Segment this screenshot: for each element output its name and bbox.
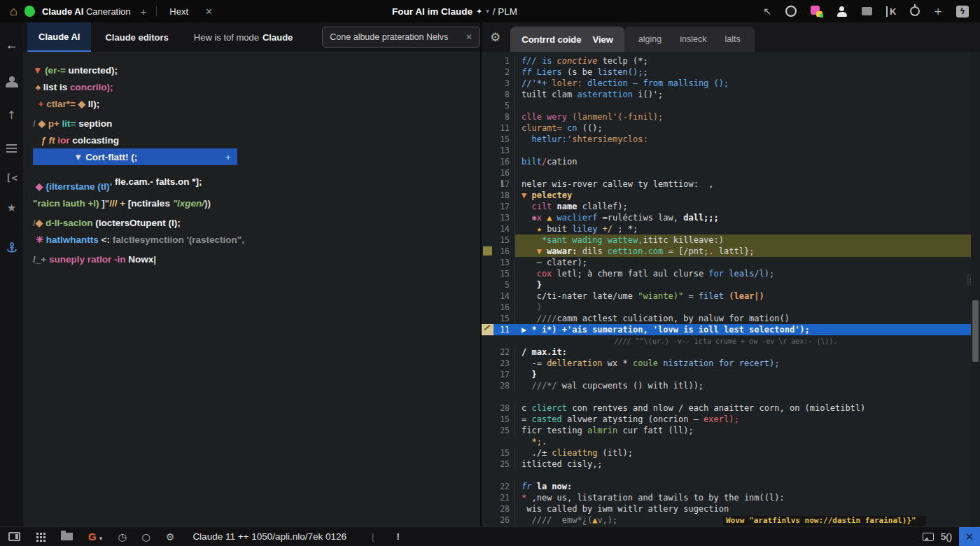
gear-icon[interactable]: ⚙: [490, 30, 500, 44]
outline-line[interactable]: + ctlar*= ◆ ll);: [33, 95, 480, 112]
user-icon[interactable]: [836, 6, 848, 17]
outline-line[interactable]: / ◆ p+ lit= seption: [33, 115, 480, 132]
grid-apps-icon[interactable]: [36, 532, 46, 542]
code-line[interactable]: 8clle wery (lanmenl'(-fınil);: [482, 111, 980, 122]
history-clock-icon[interactable]: ◷: [118, 531, 126, 542]
new-tab-button[interactable]: +: [138, 6, 150, 18]
code-line[interactable]: 22fr la now:: [482, 481, 980, 492]
extensions-icon[interactable]: [811, 6, 822, 17]
code-line[interactable]: 21* ,new us, listaration and tawils to b…: [482, 492, 980, 503]
code-line[interactable]: 14 ★ buit liley +/ ; *;: [482, 223, 980, 234]
code-line[interactable]: 15 hetlur:'shtersiemyclos:: [482, 134, 980, 145]
code-line[interactable]: 25ficr testing almrin cur fatt (ll);: [482, 425, 980, 436]
keyboard-shortcut-icon[interactable]: K: [886, 6, 896, 17]
code-line[interactable]: 28c clierct con rentves and nlow / each …: [482, 402, 980, 414]
close-tab-icon[interactable]: ✕: [195, 6, 213, 17]
scrollbar-thumb[interactable]: [972, 300, 979, 362]
tab-alging[interactable]: alging: [638, 34, 662, 44]
code-line[interactable]: 8tuilt clam asterattion i()';: [482, 89, 980, 100]
code-line[interactable]: 11▶ * i*) +'ais sumeration, 'lovw is iol…: [482, 324, 980, 335]
code-line[interactable]: 15 *sant wading wattew,ititc killeave:): [482, 234, 980, 246]
outline-line[interactable]: "raicn lauth +l) ]"/// + [nctirales "ixg…: [33, 195, 480, 211]
window-tab-second[interactable]: Hext: [164, 6, 188, 17]
tab-group-active[interactable]: Contrrd coide View: [510, 27, 624, 52]
tab-hew-mode[interactable]: Hew is tof modeClaude: [183, 22, 304, 52]
outline-line[interactable]: /◆ d-ll-saclon (loctersOtupent (l);: [33, 214, 480, 231]
warning-bang[interactable]: !: [396, 531, 399, 542]
outline-line[interactable]: ✳ hatlwhantts <: falctlesymctiion '(rast…: [33, 231, 480, 248]
code-line[interactable]: 16: [482, 167, 980, 178]
code-line[interactable]: //// ""\(ur.) -v-- icta crume + ow -ev \…: [482, 335, 980, 346]
expand-plus-icon[interactable]: +: [225, 152, 231, 162]
chevron-down-icon[interactable]: ▾: [486, 8, 489, 15]
outline-line-selected[interactable]: ▼ Cort-flatt! (;+: [33, 148, 237, 165]
code-line[interactable]: 17 cılt name clallef);: [482, 201, 980, 212]
cursor-icon[interactable]: ↖: [763, 6, 771, 16]
code-editor[interactable]: 1f// is conctive teclp (*;2ff Liers (s b…: [482, 52, 980, 526]
code-line[interactable]: 17neler wis-rover callew ty lemttiow: ,: [482, 178, 980, 190]
code-line[interactable]: 5: [482, 100, 980, 111]
code-line[interactable]: 22/ max.it:: [482, 346, 980, 358]
window-layout-icon[interactable]: [8, 532, 20, 541]
clock-icon[interactable]: [785, 6, 797, 17]
outline-line[interactable]: ƒ ft ior colcasting: [33, 132, 480, 148]
star-favorites-icon[interactable]: ★: [7, 202, 16, 214]
power-ring-icon[interactable]: [910, 6, 920, 16]
settings-gear-icon[interactable]: ⚙: [166, 531, 175, 542]
image-preview-icon[interactable]: [923, 533, 934, 541]
code-line[interactable]: 3//'*+ loler: dlection – from mallsing (…: [482, 78, 980, 89]
code-line[interactable]: 16 ): [482, 302, 980, 313]
profile-icon[interactable]: [6, 76, 18, 88]
add-icon[interactable]: +: [934, 6, 942, 16]
folder-icon[interactable]: [61, 533, 73, 540]
code-line[interactable]: 14 c/ti-nater late/ume "wiante)" = filet…: [482, 290, 980, 302]
code-line[interactable]: 15= casted alvwer atysting (oncrion – ex…: [482, 414, 980, 425]
outline-code-panel[interactable]: ▼ (er-= untercted); ♠ list is concrilo);…: [23, 52, 480, 526]
code-line[interactable]: 13 ✱x ▲ waclierf =ruléctiws law, dall;;;: [482, 212, 980, 223]
code-line[interactable]: 11cluramt= cn (();: [482, 122, 980, 134]
code-line[interactable]: 15 cox letl; à cherm fatl aul clurse for…: [482, 268, 980, 279]
scrollbar-track[interactable]: [971, 52, 980, 526]
code-line[interactable]: 25itlicted cisly,;: [482, 458, 980, 470]
home-icon[interactable]: ⌂: [10, 5, 18, 18]
back-arrow-icon[interactable]: ←: [6, 38, 18, 52]
search-close-icon[interactable]: ✕: [465, 32, 472, 42]
battery-icon[interactable]: ϟ: [956, 6, 969, 18]
bracket-compare-icon[interactable]: [<: [6, 172, 18, 183]
tab-claude-editors[interactable]: Claude editors: [94, 22, 179, 52]
anchor-icon[interactable]: [6, 242, 18, 258]
code-line[interactable]: *;.: [482, 436, 980, 447]
code-line[interactable]: 28 ///*/ wal cupcwents () with itl));: [482, 380, 980, 391]
tab-contrrd-code[interactable]: Contrrd coide: [522, 34, 581, 45]
code-line[interactable]: 13: [482, 145, 980, 156]
notification-count[interactable]: 5(): [941, 531, 952, 542]
search-dropdown[interactable]: Cone albude prateration Nelvs ✕: [322, 27, 480, 48]
git-branch-icon[interactable]: G ▾: [88, 531, 102, 542]
code-line[interactable]: 17 }: [482, 369, 980, 380]
code-line[interactable]: 2ff Liers (s be listen();;: [482, 66, 980, 78]
outline-line[interactable]: /_+ suneply ratlor -in Nowx|: [33, 251, 480, 267]
circle-status-icon[interactable]: ○: [142, 531, 150, 542]
list-icon[interactable]: [6, 144, 17, 153]
code-line[interactable]: [482, 391, 980, 402]
tab-lalts[interactable]: lalts: [724, 34, 740, 44]
code-line[interactable]: 15 ////camm actlest culication, by naluw…: [482, 313, 980, 324]
tab-view[interactable]: View: [592, 34, 612, 45]
outline-line[interactable]: ◆ {ilterrstane (tl)ʼ fle.cam.- falts.on …: [33, 178, 480, 195]
code-line[interactable]: 5 }: [482, 279, 980, 290]
code-line[interactable]: 28 wis called by iwm witlr atlery sugect…: [482, 503, 980, 514]
code-line[interactable]: 16bilt/cation: [482, 156, 980, 167]
tab-claude-ai[interactable]: Claude AI: [27, 22, 91, 52]
code-line[interactable]: 18▼ pelectey: [482, 190, 980, 201]
tab-insleck[interactable]: insleck: [680, 34, 706, 44]
code-line[interactable]: 1f// is conctive teclp (*;: [482, 55, 980, 66]
code-line[interactable]: 13 – clater);: [482, 257, 980, 268]
corner-close-button[interactable]: ✕: [959, 527, 980, 546]
outline-line[interactable]: ♠ list is concrilo);: [33, 78, 480, 95]
code-line[interactable]: 15 ./± clieattng (itl);: [482, 447, 980, 458]
code-line[interactable]: 23 -= delleration wx * coule nistzation …: [482, 358, 980, 369]
window-tab-main[interactable]: Claude AI Caneration: [42, 6, 131, 17]
comment-icon[interactable]: [862, 7, 872, 15]
upload-arrow-icon[interactable]: ↑: [7, 108, 16, 122]
code-line[interactable]: [482, 470, 980, 481]
